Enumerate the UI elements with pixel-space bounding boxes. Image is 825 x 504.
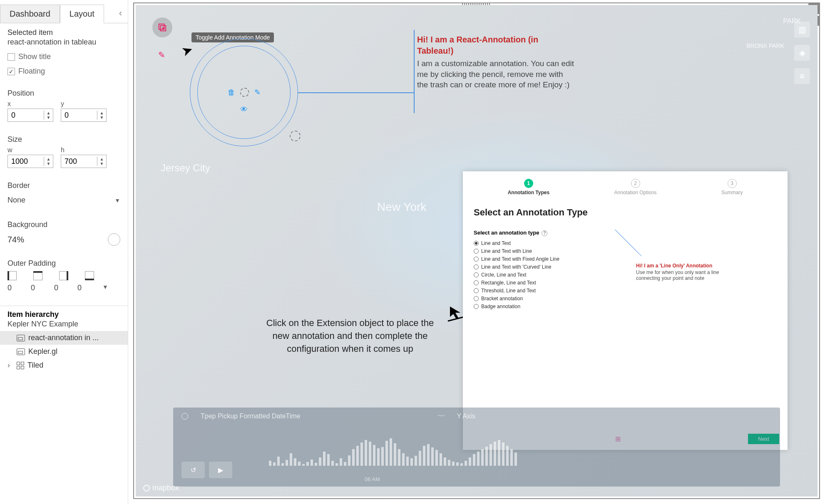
y-value[interactable] bbox=[61, 111, 97, 120]
help-icon[interactable]: ? bbox=[542, 230, 547, 236]
border-label: Border bbox=[7, 181, 120, 190]
w-label: w bbox=[7, 146, 53, 154]
hierarchy-section: Item hierarchy Kepler NYC Example react-… bbox=[0, 306, 128, 372]
hierarchy-item-0[interactable]: react-annotation in ... bbox=[0, 331, 128, 345]
padding-left-icon[interactable] bbox=[7, 271, 17, 280]
padding-top-icon[interactable] bbox=[33, 271, 42, 280]
stepper-down-icon[interactable]: ▼ bbox=[97, 115, 106, 120]
annotation-circle[interactable]: 🗑 ✎ 👁 bbox=[190, 38, 298, 146]
position-label: Position bbox=[7, 89, 120, 98]
panel-tabs: Dashboard Layout ‹ bbox=[0, 0, 128, 23]
h-input[interactable]: ▲▼ bbox=[61, 155, 107, 168]
radio-circle[interactable]: Circle, Line and Text bbox=[474, 272, 599, 278]
stepper-up-icon[interactable]: ▲ bbox=[44, 157, 53, 161]
padding-label: Outer Padding bbox=[7, 259, 120, 268]
padding-right-icon[interactable] bbox=[59, 271, 68, 280]
collapse-panel-icon[interactable]: ‹ bbox=[119, 8, 128, 23]
wizard-left: Select an annotation type? Line and Text… bbox=[474, 230, 599, 311]
border-select[interactable]: None ▼ bbox=[7, 193, 120, 207]
list-icon[interactable]: ≡ bbox=[794, 68, 810, 84]
wizard-step-2[interactable]: 2Annotation Options bbox=[614, 179, 657, 195]
stepper-down-icon[interactable]: ▼ bbox=[97, 161, 106, 166]
eye-icon[interactable]: 👁 bbox=[240, 105, 248, 114]
floating-checkbox[interactable]: ✓ Floating bbox=[7, 67, 120, 76]
step-2-label: Annotation Options bbox=[614, 190, 657, 195]
timeline-histogram[interactable] bbox=[269, 437, 772, 466]
radio-curved[interactable]: Line and Text with 'Curved' Line bbox=[474, 264, 599, 270]
instruction-text: Click on the Extension object to place t… bbox=[261, 317, 440, 355]
annotation-body: I am a customizable annotation. You can … bbox=[417, 58, 575, 90]
reset-button[interactable]: ↺ bbox=[181, 462, 205, 478]
radio-line-text[interactable]: Line and Text bbox=[474, 240, 599, 246]
step-1-label: Annotation Types bbox=[508, 190, 549, 195]
timeline-axis-label: 06 AM bbox=[365, 476, 380, 482]
w-input[interactable]: ▲▼ bbox=[7, 155, 53, 168]
map-label-newyork: New York bbox=[377, 200, 426, 214]
cube-icon[interactable]: ◈ bbox=[794, 45, 810, 61]
drag-handle-icon[interactable] bbox=[240, 88, 249, 97]
wizard-step-1[interactable]: 1Annotation Types bbox=[508, 179, 549, 195]
selected-item-label: Selected item bbox=[7, 28, 120, 37]
pencil-icon[interactable]: ✎ bbox=[158, 50, 165, 60]
plus-icon bbox=[158, 23, 167, 32]
wizard-step-3[interactable]: 3Summary bbox=[721, 179, 743, 195]
background-label: Background bbox=[7, 220, 120, 229]
annotation-connector-h bbox=[298, 92, 415, 93]
show-title-label: Show title bbox=[18, 52, 51, 61]
padding-section: Outer Padding 0 0 0 0 ▼ bbox=[0, 251, 128, 297]
resize-handle-icon[interactable] bbox=[290, 131, 301, 141]
clock-icon bbox=[181, 413, 188, 420]
play-button[interactable]: ▶ bbox=[209, 462, 232, 478]
stepper-up-icon[interactable]: ▲ bbox=[97, 111, 106, 115]
padding-bottom-icon[interactable] bbox=[85, 271, 94, 280]
x-input[interactable]: ▲▼ bbox=[7, 109, 53, 122]
selected-item-name: react-annotation in tableau bbox=[7, 38, 120, 47]
tab-dashboard[interactable]: Dashboard bbox=[0, 5, 60, 23]
stepper-down-icon[interactable]: ▼ bbox=[44, 115, 53, 120]
stepper-down-icon[interactable]: ▼ bbox=[44, 161, 53, 166]
background-color-swatch[interactable] bbox=[108, 233, 120, 246]
stepper-up-icon[interactable]: ▲ bbox=[97, 157, 106, 161]
extension-icon bbox=[17, 335, 25, 341]
hierarchy-tiled[interactable]: › Tiled bbox=[0, 358, 128, 372]
pad-r: 0 bbox=[54, 284, 58, 292]
edit-pencil-icon[interactable]: ✎ bbox=[254, 88, 261, 97]
tab-layout[interactable]: Layout bbox=[60, 5, 104, 23]
w-value[interactable] bbox=[8, 157, 44, 166]
dashboard-canvas[interactable]: × ▼ PARK BRONX PARK Jersey City New York… bbox=[133, 2, 820, 499]
y-input[interactable]: ▲▼ bbox=[61, 109, 107, 122]
pad-b: 0 bbox=[77, 284, 82, 292]
show-title-checkbox[interactable]: Show title bbox=[7, 52, 120, 61]
y-label: y bbox=[61, 100, 107, 108]
add-annotation-button[interactable] bbox=[152, 17, 172, 37]
x-value[interactable] bbox=[8, 111, 44, 120]
padding-dropdown-icon[interactable]: ▼ bbox=[102, 284, 108, 292]
checkbox-icon bbox=[7, 53, 15, 61]
tiled-icon bbox=[17, 362, 24, 369]
position-section: Position x ▲▼ y ▲▼ bbox=[0, 81, 128, 127]
timeline-panel: Tpep Pickup Formatted DateTime 〰 Y Axis … bbox=[173, 408, 780, 487]
stepper-up-icon[interactable]: ▲ bbox=[44, 111, 53, 115]
chart-icon: 〰 bbox=[438, 413, 445, 420]
layout-panel: Dashboard Layout ‹ Selected item react-a… bbox=[0, 0, 128, 504]
map-viewport[interactable]: PARK BRONX PARK Jersey City New York ▥ ◈… bbox=[136, 5, 818, 497]
wizard-preview: Hi! I am a 'Line Only' Annotation Use me… bbox=[615, 230, 777, 311]
hierarchy-root: Kepler NYC Example bbox=[0, 320, 128, 331]
radio-line-text-line[interactable]: Line and Text with Line bbox=[474, 248, 599, 254]
floating-label: Floating bbox=[18, 67, 45, 76]
radio-bracket[interactable]: Bracket annotation bbox=[474, 296, 599, 301]
radio-threshold[interactable]: Threshold, Line and Text bbox=[474, 288, 599, 294]
layers-icon[interactable]: ▥ bbox=[794, 22, 810, 37]
h-value[interactable] bbox=[61, 157, 97, 166]
radio-fixed-angle[interactable]: Line and Text with Fixed Angle Line bbox=[474, 256, 599, 262]
wizard-sublabel: Select an annotation type? bbox=[474, 230, 599, 236]
demo-line bbox=[615, 230, 641, 256]
trash-icon[interactable]: 🗑 bbox=[228, 88, 235, 97]
radio-rectangle[interactable]: Rectangle, Line and Text bbox=[474, 280, 599, 286]
radio-badge[interactable]: Badge annotation bbox=[474, 304, 599, 309]
hierarchy-item-1[interactable]: Kepler.gl bbox=[0, 345, 128, 358]
map-label-jersey: Jersey City bbox=[161, 162, 210, 174]
x-label: x bbox=[7, 100, 53, 108]
pad-l: 0 bbox=[7, 284, 12, 292]
wizard-title: Select an Annotation Type bbox=[463, 200, 788, 225]
